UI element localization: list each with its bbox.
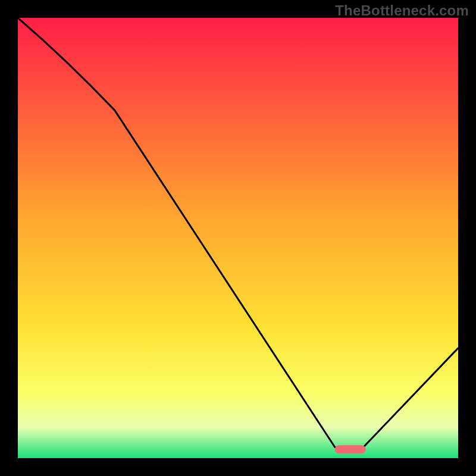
plot-area: [18, 18, 458, 458]
optimal-range-marker: [335, 445, 366, 453]
watermark-text: TheBottleneck.com: [335, 2, 469, 19]
chart-svg: [18, 18, 458, 458]
chart-frame: TheBottleneck.com: [0, 0, 476, 476]
gradient-background: [18, 18, 458, 458]
